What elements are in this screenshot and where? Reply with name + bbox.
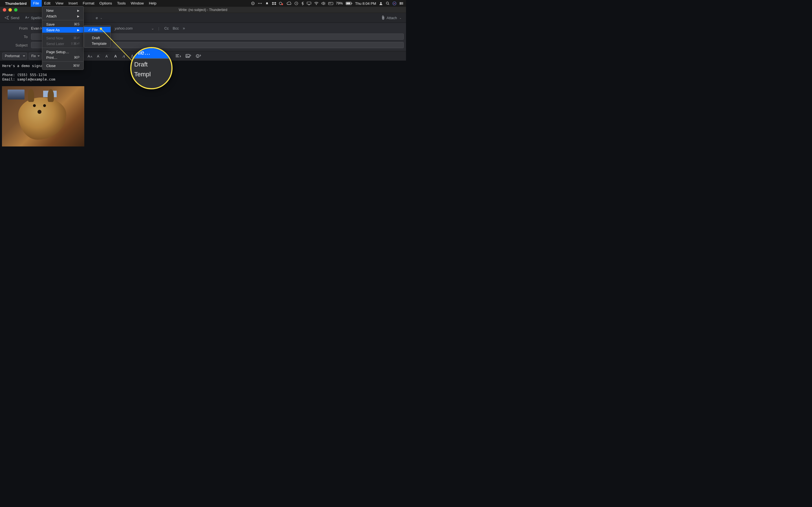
security-label-tail: e	[96, 16, 98, 20]
mac-menubar: Thunderbird File Edit View Insert Format…	[0, 0, 406, 7]
svg-point-2	[258, 3, 259, 4]
keyboard-icon[interactable]	[328, 2, 333, 5]
svg-text:˄: ˄	[108, 55, 109, 56]
bold-icon[interactable]: A	[112, 53, 119, 59]
dropbox-icon[interactable]	[272, 1, 276, 5]
attach-button[interactable]: Attach ⌄	[379, 15, 404, 21]
file-menu-new[interactable]: New▶	[42, 8, 84, 13]
file-menu-save[interactable]: Save⌘S	[42, 21, 84, 27]
send-label: Send	[11, 16, 19, 20]
svg-text:A: A	[122, 54, 125, 58]
airplay-icon[interactable]	[307, 2, 311, 5]
from-dropdown-chevron-icon[interactable]: ⌄	[151, 26, 154, 31]
paragraph-style-value: Preformat	[5, 54, 20, 58]
submenu-arrow-icon: ▶	[77, 29, 80, 32]
bcc-button[interactable]: Bcc	[172, 26, 180, 31]
save-as-submenu-panel: ✓File… Draft Template	[84, 25, 111, 48]
svg-point-20	[400, 2, 401, 3]
attach-label: Attach	[387, 16, 397, 20]
file-menu-attach[interactable]: Attach▶	[42, 13, 84, 19]
svg-rect-8	[307, 2, 311, 4]
minimize-window-button[interactable]	[8, 8, 12, 11]
dots-icon[interactable]	[258, 2, 262, 5]
save-as-file[interactable]: ✓File…	[84, 27, 110, 33]
menubar-clock[interactable]: Thu 8:04 PM	[355, 1, 376, 6]
body-email: Email: sample@example.com	[2, 77, 55, 81]
magnifier-callout: S ✓ File… Draft Templ ▶	[130, 47, 172, 89]
menu-tools[interactable]: Tools	[114, 0, 128, 7]
svg-point-22	[400, 4, 401, 5]
battery-icon[interactable]	[346, 2, 352, 5]
svg-rect-11	[329, 3, 329, 3]
font-size-increase-icon[interactable]: A˄	[104, 53, 110, 59]
svg-rect-13	[331, 3, 331, 3]
svg-text:A: A	[105, 54, 108, 58]
spotlight-icon[interactable]	[386, 1, 390, 5]
magnifier-draft-row: Draft	[130, 59, 172, 70]
font-family-select[interactable]: Fix	[29, 53, 42, 59]
wifi-icon[interactable]	[314, 2, 319, 5]
menu-separator	[42, 61, 84, 62]
divider: |	[158, 26, 159, 31]
menu-format[interactable]: Format	[80, 0, 97, 7]
control-center-icon[interactable]	[399, 2, 404, 5]
svg-point-36	[187, 55, 188, 56]
paragraph-style-select[interactable]: Preformat	[2, 53, 27, 59]
body-line-1: Here's a demo signat	[2, 64, 45, 68]
cc-button[interactable]: Cc	[163, 26, 170, 31]
italic-icon[interactable]: A	[121, 53, 128, 59]
focus-icon[interactable]	[251, 1, 255, 5]
menu-view[interactable]: View	[53, 0, 66, 7]
signature-image	[2, 86, 84, 147]
emoji-icon[interactable]	[194, 53, 203, 59]
font-size-decrease-icon[interactable]: A˅	[95, 53, 102, 59]
font-family-value-partial: Fix	[31, 54, 36, 58]
align-icon[interactable]	[174, 53, 183, 59]
svg-rect-12	[330, 3, 331, 3]
svg-point-38	[197, 55, 197, 56]
file-menu-close[interactable]: Close⌘W	[42, 63, 84, 68]
zoom-window-button[interactable]	[14, 8, 17, 11]
close-window-button[interactable]	[3, 8, 6, 11]
body-phone: Phone: (555) 555-1234	[2, 73, 47, 77]
svg-text:A: A	[114, 54, 117, 58]
svg-text:A: A	[91, 55, 92, 58]
file-menu-save-as[interactable]: Save As▶	[42, 27, 84, 33]
menu-separator	[42, 48, 84, 48]
menu-insert[interactable]: Insert	[66, 0, 80, 7]
menu-options[interactable]: Options	[97, 0, 115, 7]
file-menu-send-now: Send Now⌘⏎	[42, 35, 84, 41]
menubar-menu-list: File Edit View Insert Format Options Too…	[31, 0, 159, 7]
svg-point-37	[196, 54, 199, 57]
send-button[interactable]: Send	[2, 15, 21, 21]
menubar-app-name[interactable]: Thunderbird	[5, 1, 27, 6]
menu-help[interactable]: Help	[146, 0, 159, 7]
menu-edit[interactable]: Edit	[42, 0, 53, 7]
security-button-partial[interactable]: e ⌄	[94, 15, 105, 21]
save-as-draft[interactable]: Draft	[84, 35, 110, 41]
insert-image-icon[interactable]	[184, 53, 193, 59]
siri-icon[interactable]	[393, 1, 396, 5]
menu-separator	[42, 34, 84, 34]
cloud-icon[interactable]	[287, 2, 292, 5]
svg-point-3	[259, 3, 260, 4]
subject-label: Subject	[2, 43, 29, 47]
user-icon[interactable]	[379, 1, 383, 5]
expand-recipients-icon[interactable]: »	[182, 26, 186, 31]
timemachine-icon[interactable]	[294, 1, 298, 5]
svg-point-39	[198, 55, 199, 56]
svg-text:A: A	[88, 54, 90, 58]
svg-point-17	[380, 2, 382, 4]
save-as-template[interactable]: Template	[84, 41, 110, 46]
file-menu-print[interactable]: Print…⌘P	[42, 55, 84, 60]
notification-icon[interactable]	[265, 1, 269, 5]
bluetooth-icon[interactable]	[301, 1, 304, 5]
font-size-same-icon[interactable]: AA	[87, 53, 94, 59]
svg-point-9	[316, 4, 317, 5]
file-menu-panel: New▶ Attach▶ Save⌘S Save As▶ Send Now⌘⏎ …	[42, 6, 84, 70]
menu-window[interactable]: Window	[128, 0, 146, 7]
file-menu-page-setup[interactable]: Page Setup…	[42, 49, 84, 55]
record-icon[interactable]	[279, 1, 284, 5]
menu-file[interactable]: File	[31, 0, 42, 7]
volume-icon[interactable]	[321, 2, 325, 5]
